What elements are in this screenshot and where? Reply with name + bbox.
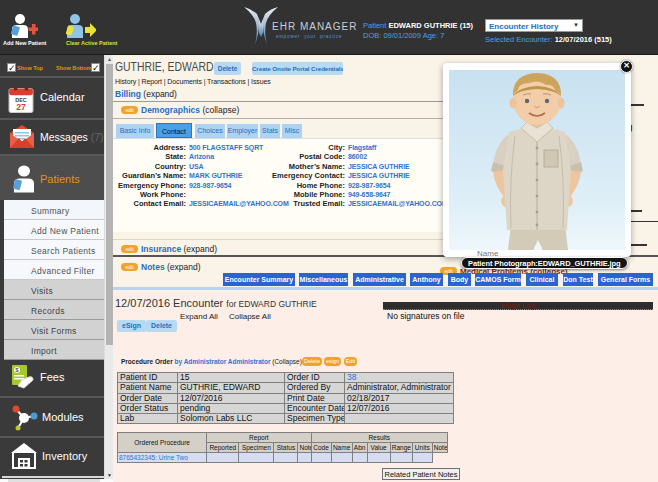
svg-text:27: 27 (16, 102, 26, 112)
